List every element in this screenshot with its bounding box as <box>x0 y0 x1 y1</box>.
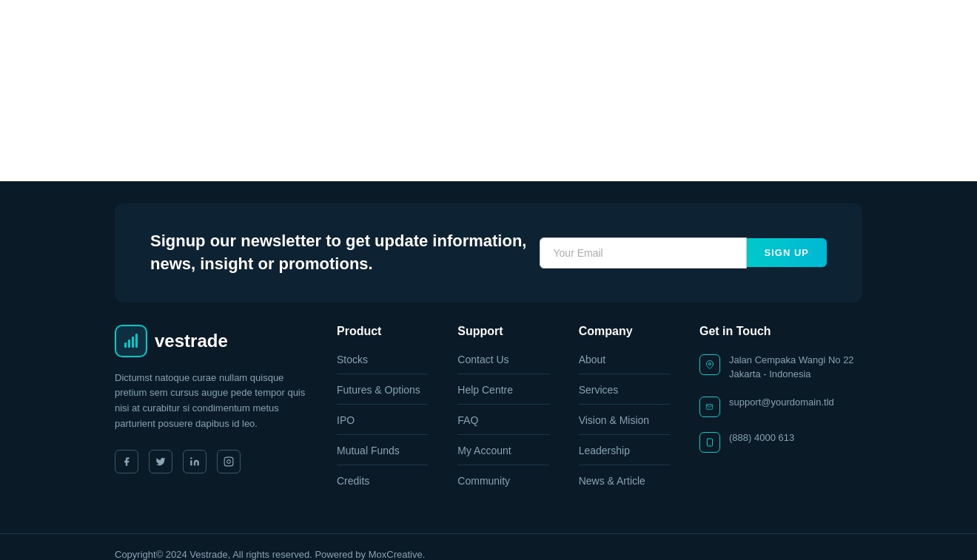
support-helpcentre-link[interactable]: Help Centre <box>457 384 513 396</box>
company-news-link[interactable]: News & Article <box>579 475 645 487</box>
product-credits-link[interactable]: Credits <box>337 475 369 487</box>
phone-icon <box>699 432 720 453</box>
svg-rect-1 <box>128 340 130 348</box>
product-ipo-link[interactable]: IPO <box>337 414 355 426</box>
support-contact-link[interactable]: Contact Us <box>457 354 508 365</box>
svg-rect-2 <box>132 337 134 348</box>
product-list: Stocks Futures & Options IPO Mutual Fund… <box>337 353 428 495</box>
list-item: Help Centre <box>457 383 548 405</box>
twitter-icon[interactable] <box>149 450 172 473</box>
product-heading: Product <box>337 325 428 338</box>
list-item: IPO <box>337 414 428 435</box>
support-myaccount-link[interactable]: My Account <box>457 445 511 456</box>
top-white-area <box>0 0 977 181</box>
brand-column: vestrade Dictumst natoque curae nullam q… <box>115 325 307 504</box>
touch-heading: Get in Touch <box>699 325 862 338</box>
address-item: Jalan Cempaka Wangi No 22 Jakarta - Indo… <box>699 353 862 382</box>
social-links <box>115 450 307 473</box>
list-item: My Account <box>457 444 548 465</box>
product-futures-link[interactable]: Futures & Options <box>337 384 420 396</box>
newsletter-text: Signup our newsletter to get update info… <box>150 230 526 276</box>
company-column: Company About Services Vision & Mision L… <box>579 325 670 504</box>
phone-item: (888) 4000 613 <box>699 431 862 453</box>
email-input[interactable] <box>540 237 747 269</box>
list-item: Leadership <box>579 444 670 465</box>
instagram-icon[interactable] <box>217 450 241 473</box>
signup-button[interactable]: SIGN UP <box>747 238 827 267</box>
facebook-icon[interactable] <box>115 450 138 473</box>
product-mutualfunds-link[interactable]: Mutual Funds <box>337 445 400 456</box>
newsletter-heading: Signup our newsletter to get update info… <box>150 230 526 276</box>
email-text: support@yourdomain.tld <box>729 395 834 410</box>
company-heading: Company <box>579 325 670 338</box>
brand-description: Dictumst natoque curae nullam quisque pr… <box>115 371 307 432</box>
brand-name: vestrade <box>155 331 228 351</box>
email-icon <box>699 397 720 417</box>
support-heading: Support <box>457 325 548 338</box>
footer-main: vestrade Dictumst natoque curae nullam q… <box>0 325 977 533</box>
product-stocks-link[interactable]: Stocks <box>337 354 368 365</box>
svg-rect-5 <box>224 457 233 466</box>
product-column: Product Stocks Futures & Options IPO Mut… <box>337 325 428 504</box>
svg-rect-0 <box>124 343 127 348</box>
support-list: Contact Us Help Centre FAQ My Account Co… <box>457 353 548 495</box>
footer-bottom: Copyright© 2024 Vestrade, All rights res… <box>0 533 977 560</box>
list-item: FAQ <box>457 414 548 435</box>
support-community-link[interactable]: Community <box>457 475 510 487</box>
list-item: Credits <box>337 474 428 495</box>
list-item: Stocks <box>337 353 428 374</box>
list-item: Contact Us <box>457 353 548 374</box>
brand-logo: vestrade <box>115 325 307 357</box>
footer-wrapper: Signup our newsletter to get update info… <box>0 181 977 560</box>
list-item: Vision & Mision <box>579 414 670 435</box>
company-vision-link[interactable]: Vision & Mision <box>579 414 649 426</box>
list-item: Futures & Options <box>337 383 428 405</box>
address-text: Jalan Cempaka Wangi No 22 Jakarta - Indo… <box>729 353 854 382</box>
list-item: Community <box>457 474 548 495</box>
company-leadership-link[interactable]: Leadership <box>579 445 630 456</box>
linkedin-icon[interactable] <box>183 450 207 473</box>
svg-rect-3 <box>135 334 138 348</box>
company-about-link[interactable]: About <box>579 354 606 365</box>
location-icon <box>699 354 720 375</box>
list-item: Services <box>579 383 670 405</box>
svg-point-7 <box>708 362 711 365</box>
list-item: News & Article <box>579 474 670 495</box>
get-in-touch-column: Get in Touch Jalan Cempaka Wangi No 22 J… <box>699 325 862 504</box>
copyright-text: Copyright© 2024 Vestrade, All rights res… <box>115 549 862 560</box>
chart-bar-icon <box>122 332 140 350</box>
email-item: support@yourdomain.tld <box>699 395 862 417</box>
list-item: About <box>579 353 670 374</box>
newsletter-section: Signup our newsletter to get update info… <box>115 203 862 303</box>
newsletter-form: SIGN UP <box>540 237 827 269</box>
svg-point-4 <box>190 457 192 459</box>
phone-text: (888) 4000 613 <box>729 431 794 445</box>
support-column: Support Contact Us Help Centre FAQ My Ac… <box>457 325 548 504</box>
logo-icon <box>115 325 147 357</box>
list-item: Mutual Funds <box>337 444 428 465</box>
company-services-link[interactable]: Services <box>579 384 619 396</box>
company-list: About Services Vision & Mision Leadershi… <box>579 353 670 495</box>
support-faq-link[interactable]: FAQ <box>457 414 478 426</box>
